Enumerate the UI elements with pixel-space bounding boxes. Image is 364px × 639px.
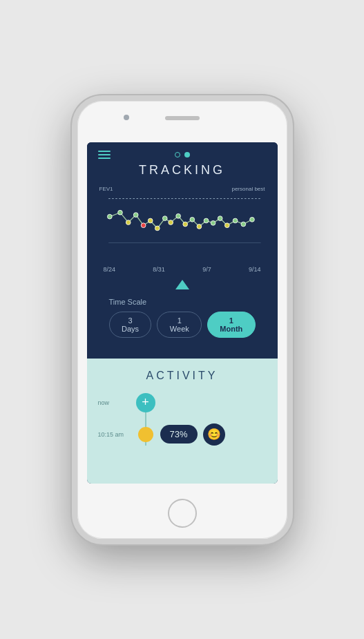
svg-point-10 [175, 213, 180, 218]
x-label-1: 8/24 [104, 266, 116, 273]
tracking-section: TRACKING FEV1 personal best [87, 142, 278, 359]
phone-screen: TRACKING FEV1 personal best [87, 142, 278, 484]
page-title: TRACKING [98, 163, 267, 178]
svg-point-6 [148, 218, 153, 223]
phone-camera [124, 115, 129, 120]
add-reading-button[interactable]: + [136, 393, 155, 412]
time-btn-3days[interactable]: 3 Days [109, 312, 152, 338]
x-label-2: 8/31 [153, 266, 165, 273]
phone-frame: TRACKING FEV1 personal best [72, 95, 293, 544]
svg-point-2 [117, 210, 122, 215]
svg-point-19 [240, 222, 245, 227]
chart-container: FEV1 personal best [98, 184, 267, 274]
svg-point-3 [126, 220, 131, 225]
hamburger-menu[interactable] [98, 151, 111, 159]
reading-value-badge[interactable]: 73% [160, 425, 198, 444]
reading-dot [138, 427, 153, 442]
chart-arrow-up[interactable] [98, 280, 267, 289]
timeline-item-now: now + [133, 393, 267, 412]
svg-point-12 [189, 217, 194, 222]
mood-emoji-icon: 😊 [207, 428, 221, 441]
time-buttons-group: 3 Days 1 Week 1 Month [109, 312, 256, 338]
x-label-3: 9/7 [202, 266, 211, 273]
svg-point-11 [182, 222, 187, 227]
top-bar [98, 151, 267, 159]
phone-home-button[interactable] [168, 499, 197, 528]
svg-point-8 [162, 216, 167, 220]
page-indicator-1[interactable] [175, 152, 180, 158]
svg-point-7 [155, 226, 160, 231]
svg-point-15 [211, 220, 215, 225]
chart-fev-label: FEV1 [99, 186, 113, 192]
phone-speaker [165, 116, 200, 120]
svg-point-1 [107, 214, 112, 219]
timeline-time-now: now [98, 399, 110, 406]
phone-device: TRACKING FEV1 personal best [72, 95, 293, 544]
svg-point-13 [197, 224, 202, 229]
time-btn-1month[interactable]: 1 Month [207, 312, 255, 338]
svg-point-16 [218, 216, 222, 220]
tracking-chart [98, 184, 267, 260]
svg-point-20 [249, 217, 254, 222]
activity-title: ACTIVITY [98, 370, 267, 382]
page-indicator-2[interactable] [184, 152, 190, 158]
timeline-time-reading: 10:15 am [98, 431, 124, 438]
chart-x-axis: 8/24 8/31 9/7 9/14 [98, 266, 267, 273]
time-btn-1week[interactable]: 1 Week [157, 312, 202, 338]
svg-point-9 [168, 220, 173, 225]
time-scale-label: Time Scale [109, 298, 256, 306]
personal-best-label: personal best [231, 186, 265, 192]
time-scale-section: Time Scale 3 Days 1 Week 1 Month [98, 298, 267, 347]
svg-point-18 [233, 218, 238, 223]
svg-point-5 [141, 222, 146, 227]
activity-section: ACTIVITY now + 10:15 am 73% 😊 [87, 359, 278, 484]
svg-point-14 [204, 218, 209, 223]
x-label-4: 9/14 [249, 266, 261, 273]
page-indicators [111, 152, 254, 158]
activity-timeline: now + 10:15 am 73% 😊 [98, 393, 267, 446]
arrow-up-shape [175, 280, 189, 289]
svg-point-17 [224, 222, 229, 227]
svg-point-4 [133, 212, 138, 217]
timeline-item-reading: 10:15 am 73% 😊 [133, 423, 267, 446]
mood-emoji[interactable]: 😊 [203, 423, 225, 446]
